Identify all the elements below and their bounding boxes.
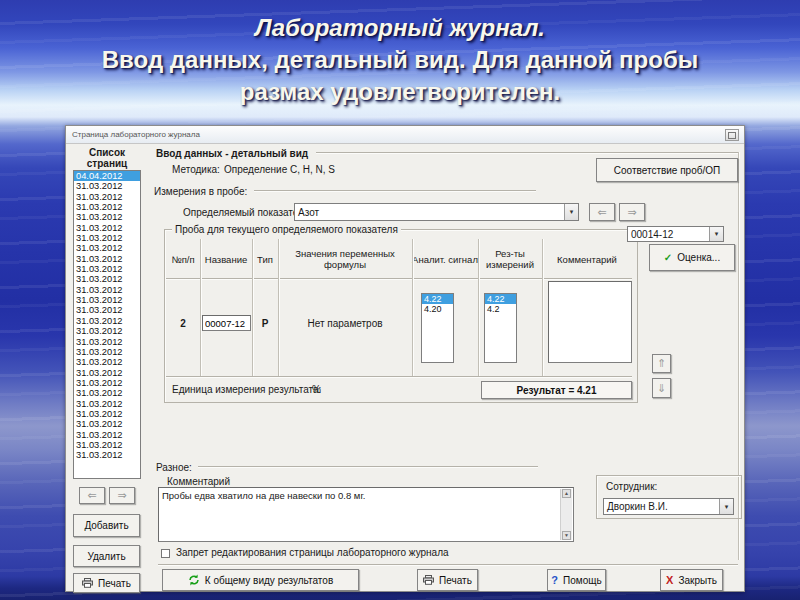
arrow-left-icon: ⇐ xyxy=(597,206,606,219)
chevron-down-icon[interactable]: ▾ xyxy=(709,227,723,241)
page-date-item[interactable]: 31.03.2012 xyxy=(74,347,140,357)
page-date-item[interactable]: 31.03.2012 xyxy=(74,254,140,264)
column-divider xyxy=(478,239,480,376)
close-button[interactable]: X Закрыть xyxy=(660,569,723,591)
page-date-item[interactable]: 31.03.2012 xyxy=(74,212,140,222)
window-title: Страница лабораторного журнала xyxy=(72,130,200,139)
page-date-item[interactable]: 31.03.2012 xyxy=(74,274,140,284)
page-date-item[interactable]: 31.03.2012 xyxy=(74,409,140,419)
add-page-label: Добавить xyxy=(84,520,128,531)
employee-combobox[interactable]: Дворкин В.И. ▾ xyxy=(603,498,734,515)
indicator-prev-button[interactable]: ⇐ xyxy=(589,203,615,221)
page-date-item[interactable]: 31.03.2012 xyxy=(74,285,140,295)
method-value: Определение C, H, N, S xyxy=(224,164,335,175)
page-date-item[interactable]: 31.03.2012 xyxy=(74,337,140,347)
page-date-item[interactable]: 31.03.2012 xyxy=(74,264,140,274)
evaluate-label: Оценка... xyxy=(677,252,720,263)
sample-id-combobox[interactable]: 00014-12 ▾ xyxy=(627,226,724,242)
print-page-button[interactable]: Печать xyxy=(73,573,140,593)
column-divider xyxy=(412,239,414,376)
page-date-item[interactable]: 31.03.2012 xyxy=(74,181,140,191)
page-date-item[interactable]: 31.03.2012 xyxy=(74,419,140,429)
refresh-icon xyxy=(188,574,200,586)
help-button[interactable]: ? Помощь xyxy=(547,569,606,591)
comment-textarea[interactable]: Пробы едва хватило на две навески по 0.8… xyxy=(158,487,574,542)
move-down-button[interactable]: ⇓ xyxy=(652,378,671,398)
page-date-item[interactable]: 31.03.2012 xyxy=(74,243,140,253)
arrow-left-icon: ⇐ xyxy=(87,489,96,502)
chevron-down-icon[interactable]: ▾ xyxy=(719,499,733,514)
indicator-combobox[interactable]: Азот ▾ xyxy=(294,203,579,221)
page-prev-button[interactable]: ⇐ xyxy=(79,487,105,504)
result-value-item[interactable]: 4.2 xyxy=(485,304,516,314)
add-page-button[interactable]: Добавить xyxy=(73,514,140,537)
sample-match-button[interactable]: Соответствие проб/ОП xyxy=(596,158,738,182)
table-header-line xyxy=(166,278,632,280)
page-date-item[interactable]: 31.03.2012 xyxy=(74,399,140,409)
column-divider xyxy=(200,239,202,376)
arrow-right-icon: ⇒ xyxy=(117,489,126,502)
result-value-item[interactable]: 4.22 xyxy=(485,294,516,304)
table-footer-line xyxy=(166,376,632,378)
page-next-button[interactable]: ⇒ xyxy=(109,487,135,504)
indicator-next-button[interactable]: ⇒ xyxy=(619,203,645,221)
page-date-item[interactable]: 31.03.2012 xyxy=(74,305,140,315)
row-params: Нет параметров xyxy=(278,318,412,329)
page-date-item[interactable]: 31.03.2012 xyxy=(74,368,140,378)
signal-value-item[interactable]: 4.22 xyxy=(422,294,453,304)
overview-label: К общему виду результатов xyxy=(205,575,333,586)
window-close-button[interactable] xyxy=(725,129,739,141)
print-button[interactable]: Печать xyxy=(417,569,478,591)
page-date-item[interactable]: 31.03.2012 xyxy=(74,233,140,243)
page-date-item[interactable]: 31.03.2012 xyxy=(74,378,140,388)
page-date-item[interactable]: 31.03.2012 xyxy=(74,357,140,367)
col-header-name: Название xyxy=(200,241,252,277)
page-date-item[interactable]: 31.03.2012 xyxy=(74,388,140,398)
results-list[interactable]: 4.224.2 xyxy=(484,293,517,363)
sample-name-input[interactable] xyxy=(202,315,251,331)
page-date-item[interactable]: 31.03.2012 xyxy=(74,295,140,305)
signal-value-item[interactable]: 4.20 xyxy=(422,304,453,314)
row-number: 2 xyxy=(166,318,200,329)
window-button-icon xyxy=(728,132,736,139)
page-date-item[interactable]: 31.03.2012 xyxy=(74,440,140,450)
comment-scrollbar[interactable]: ▲ ▼ xyxy=(560,489,572,540)
row-comment-box[interactable] xyxy=(548,281,632,363)
arrow-right-icon: ⇒ xyxy=(627,206,636,219)
scroll-down-icon[interactable]: ▼ xyxy=(562,531,571,540)
overview-button[interactable]: К общему виду результатов xyxy=(162,569,359,591)
page-date-item[interactable]: 04.04.2012 xyxy=(74,171,140,181)
detail-group-title: Ввод данных - детальный вид xyxy=(156,148,308,159)
arrow-up-icon: ⇑ xyxy=(657,357,666,370)
page-date-item[interactable]: 31.03.2012 xyxy=(74,192,140,202)
evaluate-button[interactable]: ✓ Оценка... xyxy=(649,244,735,271)
lock-edit-checkbox[interactable] xyxy=(161,549,170,558)
result-box: Результат = 4.21 xyxy=(481,381,632,399)
chevron-down-icon[interactable]: ▾ xyxy=(564,204,578,220)
page-date-item[interactable]: 31.03.2012 xyxy=(74,202,140,212)
page-date-item[interactable]: 31.03.2012 xyxy=(74,316,140,326)
arrow-down-icon: ⇓ xyxy=(657,382,666,395)
window-titlebar[interactable]: Страница лабораторного журнала xyxy=(66,126,744,144)
pages-list[interactable]: 04.04.201231.03.201231.03.201231.03.2012… xyxy=(73,170,141,479)
unit-value: % xyxy=(312,384,321,395)
detail-group-line xyxy=(316,152,738,154)
row-type: Р xyxy=(252,318,278,329)
employee-label: Сотрудник: xyxy=(606,481,657,492)
col-header-comment: Комментарий xyxy=(542,241,632,277)
page-date-item[interactable]: 31.03.2012 xyxy=(74,450,140,460)
slide-title-line3: размах удовлетворителен. xyxy=(0,76,800,108)
close-label: Закрыть xyxy=(678,575,717,586)
page-date-item[interactable]: 31.03.2012 xyxy=(74,326,140,336)
indicator-value: Азот xyxy=(295,207,564,218)
page-date-item[interactable]: 31.03.2012 xyxy=(74,223,140,233)
sample-match-label: Соответствие проб/ОП xyxy=(614,165,720,176)
delete-page-button[interactable]: Удалить xyxy=(73,545,140,567)
sample-id-value: 00014-12 xyxy=(628,229,709,240)
journal-page-window: Страница лабораторного журнала Список ст… xyxy=(65,125,745,592)
move-up-button[interactable]: ⇑ xyxy=(652,354,671,373)
delete-page-label: Удалить xyxy=(87,551,125,562)
scroll-up-icon[interactable]: ▲ xyxy=(562,489,571,498)
signal-list[interactable]: 4.224.20 xyxy=(421,293,454,363)
page-date-item[interactable]: 31.03.2012 xyxy=(74,430,140,440)
